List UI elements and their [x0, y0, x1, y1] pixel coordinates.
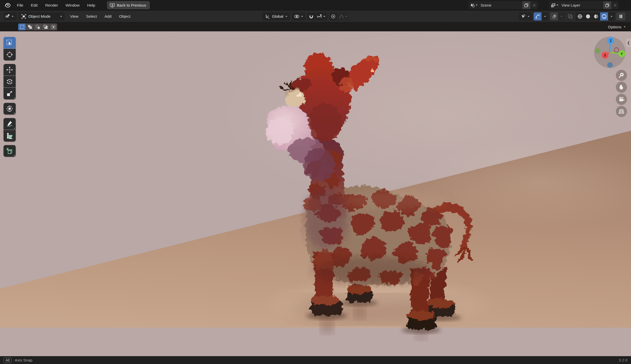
new-view-layer-button[interactable] [603, 1, 611, 9]
chevron-down-icon [12, 16, 14, 17]
blender-logo-icon[interactable] [4, 2, 11, 8]
tool-add-cube[interactable] [4, 145, 16, 157]
gizmo-axis-neg-z[interactable] [607, 62, 613, 68]
select-mode-extend-button[interactable] [26, 24, 34, 30]
close-icon [614, 4, 617, 7]
scene-selector[interactable]: Scene [468, 1, 538, 9]
snap-settings[interactable] [315, 12, 327, 20]
editor-type-button[interactable] [4, 12, 17, 20]
transform-orientation-selector[interactable]: Global [262, 12, 290, 20]
menu-object[interactable]: Object [115, 11, 134, 22]
pause-render-button[interactable] [616, 12, 625, 20]
alt-keycap: Alt [4, 358, 12, 363]
tool-measure[interactable] [4, 130, 16, 142]
new-scene-button[interactable] [522, 1, 530, 9]
show-gizmo-selector[interactable] [519, 12, 532, 20]
rendered-sphere-icon [602, 14, 607, 19]
select-mode-invert-button[interactable] [42, 24, 49, 30]
shading-settings-chevron[interactable] [558, 12, 565, 20]
gizmo-axis-x[interactable]: X [602, 52, 609, 59]
magnet-icon [309, 14, 313, 19]
menu-help[interactable]: Help [83, 0, 99, 10]
tool-cursor[interactable] [4, 49, 16, 60]
mode-selector[interactable]: Object Mode [19, 12, 65, 20]
wireframe-sphere-icon [577, 14, 582, 19]
viewport-3d[interactable]: Z X Y ❮ [0, 31, 631, 356]
gizmo-axis-z[interactable]: Z [607, 37, 614, 44]
select-extend-icon [28, 25, 32, 29]
toggle-xray-button[interactable] [567, 12, 574, 20]
pan-view-button[interactable] [616, 82, 627, 93]
select-mode-set-button[interactable] [18, 24, 26, 30]
zoom-view-button[interactable] [616, 70, 627, 81]
rotate-icon [6, 78, 13, 85]
tool-move[interactable] [4, 64, 16, 76]
menu-view[interactable]: View [66, 11, 82, 22]
tool-transform[interactable] [4, 103, 16, 115]
unlink-scene-button[interactable] [530, 1, 538, 9]
menu-window[interactable]: Window [62, 0, 83, 10]
scene-icon [470, 3, 475, 8]
tool-rotate[interactable] [4, 76, 16, 87]
select-mode-intersect-button[interactable] [50, 24, 57, 30]
close-icon [533, 4, 536, 7]
toggle-projection-button[interactable] [616, 106, 627, 117]
remove-view-layer-button[interactable] [611, 1, 619, 9]
pause-icon [619, 14, 623, 18]
chevron-down-icon [476, 5, 478, 6]
gizmo-cursor-icon [521, 14, 526, 19]
proportional-editing-toggle[interactable] [329, 12, 337, 20]
blender-version: 3.2.0 [619, 358, 627, 362]
menu-select[interactable]: Select [82, 11, 101, 22]
shading-dropdown[interactable] [608, 12, 615, 20]
pivot-point-icon [294, 14, 299, 19]
proportional-falloff-selector[interactable] [337, 12, 349, 20]
snap-toggle[interactable] [307, 12, 315, 20]
camera-icon [618, 97, 624, 102]
chevron-down-icon [345, 16, 347, 17]
menu-edit[interactable]: Edit [27, 0, 41, 10]
shading-wireframe-button[interactable] [576, 12, 584, 20]
menu-render[interactable]: Render [41, 0, 62, 10]
shading-solid-button[interactable] [584, 12, 592, 20]
camera-view-button[interactable] [616, 94, 627, 105]
shading-rendered-button[interactable] [600, 12, 608, 20]
display-cluster [519, 12, 625, 20]
falloff-curve-icon [339, 14, 344, 18]
pivot-point-selector[interactable] [292, 12, 305, 20]
gizmo-axis-neg-x[interactable] [614, 47, 619, 53]
shading-mode-group [576, 12, 615, 20]
chevron-down-icon [556, 5, 558, 6]
select-box-icon [6, 39, 13, 46]
viewport-header: Object Mode View Select Add Object Globa… [0, 11, 631, 22]
annotate-pen-icon [6, 120, 13, 127]
gizmo-axis-y[interactable]: Y [618, 50, 625, 57]
menu-add[interactable]: Add [101, 11, 115, 22]
rendered-giraffe-scene [0, 31, 631, 356]
select-invert-icon [43, 25, 48, 29]
overlays-settings[interactable] [542, 12, 548, 20]
proportional-circle-icon [331, 14, 335, 19]
navigation-gizmo[interactable]: Z X Y [594, 37, 625, 68]
menu-file[interactable]: File [13, 0, 27, 10]
add-cube-icon [6, 147, 13, 155]
select-mode-subtract-button[interactable] [34, 24, 41, 30]
overlays-icon [535, 14, 540, 19]
options-dropdown[interactable]: Options [605, 23, 629, 31]
mode-label: Object Mode [28, 14, 58, 19]
chevron-down-icon [560, 16, 562, 17]
show-overlays-toggle[interactable] [534, 12, 542, 20]
chevron-down-icon [611, 16, 613, 17]
sidebar-toggle-tab[interactable]: ❮ [626, 38, 631, 47]
gizmo-axis-neg-y[interactable] [595, 48, 600, 54]
xray-material-toggle[interactable] [550, 12, 558, 20]
view-layer-selector[interactable]: View Layer [549, 1, 619, 9]
tool-annotate[interactable] [4, 118, 16, 130]
tool-scale[interactable] [4, 88, 16, 99]
back-to-previous-button[interactable]: Back to Previous [107, 1, 150, 9]
select-mode-group [18, 24, 57, 30]
shading-material-button[interactable] [592, 12, 600, 20]
tool-select-box[interactable] [4, 37, 16, 49]
view-layer-name: View Layer [560, 3, 603, 7]
tool-settings-bar: Options [0, 22, 631, 31]
